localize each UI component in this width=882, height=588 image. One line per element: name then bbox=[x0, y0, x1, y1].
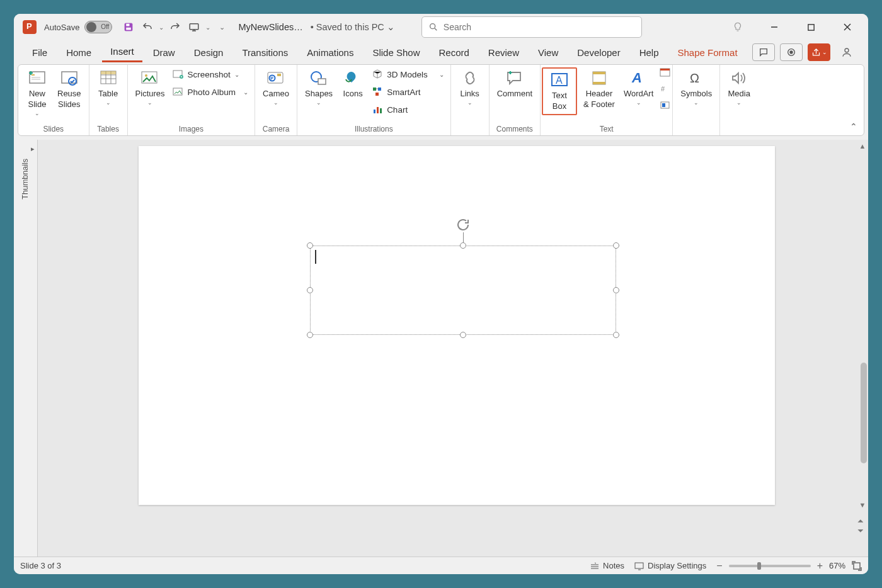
tab-review[interactable]: Review bbox=[480, 43, 527, 62]
reuse-slides-button[interactable]: Reuse Slides bbox=[55, 67, 84, 111]
tab-shape-format[interactable]: Shape Format bbox=[670, 43, 746, 62]
links-button[interactable]: Links ⌄ bbox=[456, 67, 484, 108]
smartart-button[interactable]: SmartArt bbox=[370, 85, 445, 99]
resize-handle-tm[interactable] bbox=[460, 242, 466, 249]
tab-insert[interactable]: Insert bbox=[102, 42, 142, 62]
slide-number-button[interactable]: # bbox=[660, 84, 671, 94]
pictures-button[interactable]: Pictures ⌄ bbox=[133, 67, 168, 108]
resize-handle-tr[interactable] bbox=[613, 242, 619, 249]
header-footer-button[interactable]: Header & Footer bbox=[581, 67, 617, 111]
resize-handle-ml[interactable] bbox=[307, 287, 313, 293]
comments-pane-button[interactable] bbox=[752, 43, 775, 61]
date-time-button[interactable] bbox=[660, 67, 671, 77]
3d-models-button[interactable]: 3D Models ⌄ bbox=[370, 67, 445, 81]
thumbnails-panel[interactable]: ▸ Thumbnails bbox=[14, 140, 38, 557]
zoom-slider[interactable] bbox=[729, 565, 811, 567]
svg-rect-6 bbox=[808, 24, 813, 30]
start-from-beginning-button[interactable] bbox=[185, 18, 203, 36]
qat-customize-button[interactable]: ⌄ bbox=[213, 18, 231, 36]
tab-design[interactable]: Design bbox=[186, 43, 232, 62]
tab-view[interactable]: View bbox=[530, 43, 566, 62]
table-button[interactable]: Table ⌄ bbox=[94, 67, 122, 108]
close-button[interactable] bbox=[837, 18, 858, 37]
tab-transitions[interactable]: Transitions bbox=[234, 43, 296, 62]
rotate-handle[interactable] bbox=[455, 217, 471, 232]
save-status[interactable]: • Saved to this PC ⌄ bbox=[311, 22, 395, 32]
scrollbar-thumb[interactable] bbox=[861, 363, 867, 463]
tab-file[interactable]: File bbox=[24, 43, 55, 62]
tab-developer[interactable]: Developer bbox=[569, 43, 628, 62]
text-box-shape[interactable] bbox=[310, 246, 616, 335]
zoom-out-button[interactable]: − bbox=[716, 560, 722, 572]
tab-home[interactable]: Home bbox=[58, 43, 100, 62]
save-button[interactable] bbox=[120, 18, 137, 36]
minimize-button[interactable] bbox=[764, 18, 785, 37]
reuse-slides-icon bbox=[58, 69, 81, 88]
zoom-percent[interactable]: 67% bbox=[829, 561, 845, 570]
photo-album-button[interactable]: Photo Album ⌄ bbox=[171, 85, 250, 99]
fit-to-window-button[interactable] bbox=[852, 561, 862, 571]
resize-handle-bl[interactable] bbox=[307, 332, 313, 338]
shapes-button[interactable]: Shapes ⌄ bbox=[302, 67, 335, 108]
scroll-up-icon[interactable]: ▲ bbox=[858, 142, 867, 150]
screenshot-button[interactable]: Screenshot ⌄ bbox=[171, 67, 250, 81]
tab-draw[interactable]: Draw bbox=[145, 43, 183, 62]
account-button[interactable] bbox=[835, 43, 858, 61]
object-button[interactable] bbox=[660, 100, 671, 110]
slide-canvas-area[interactable]: ▲ ▼ ⏶ ⏷ bbox=[38, 140, 868, 557]
slide-indicator[interactable]: Slide 3 of 3 bbox=[20, 561, 61, 570]
undo-dropdown[interactable]: ⌄ bbox=[158, 18, 165, 36]
search-input[interactable] bbox=[444, 22, 635, 32]
new-slide-button[interactable]: New Slide ⌄ bbox=[23, 67, 51, 118]
start-dropdown[interactable]: ⌄ bbox=[204, 18, 212, 36]
resize-handle-bm[interactable] bbox=[460, 332, 466, 338]
tab-slideshow[interactable]: Slide Show bbox=[364, 43, 428, 62]
expand-thumbnails-icon[interactable]: ▸ bbox=[31, 145, 35, 153]
scroll-down-icon[interactable]: ▼ bbox=[858, 501, 867, 509]
resize-handle-mr[interactable] bbox=[613, 287, 619, 293]
autosave-toggle[interactable]: Off bbox=[84, 21, 112, 33]
symbols-icon: Ω bbox=[685, 69, 707, 88]
zoom-in-button[interactable]: + bbox=[817, 560, 823, 572]
prev-slide-icon[interactable]: ⏶ bbox=[857, 516, 864, 525]
slide[interactable] bbox=[139, 146, 775, 505]
maximize-button[interactable] bbox=[800, 18, 822, 37]
notes-button[interactable]: Notes bbox=[590, 561, 624, 570]
file-name[interactable]: MyNewSlides… bbox=[238, 22, 302, 32]
camera-record-button[interactable] bbox=[780, 43, 803, 61]
cameo-button[interactable]: P Cameo ⌄ bbox=[260, 67, 292, 108]
collapse-ribbon-button[interactable]: ⌃ bbox=[850, 122, 857, 132]
next-slide-icon[interactable]: ⏷ bbox=[857, 526, 864, 535]
redo-button[interactable] bbox=[166, 18, 184, 36]
group-images: Pictures ⌄ Screenshot ⌄ bbox=[128, 65, 256, 135]
share-button[interactable]: ⌄ bbox=[808, 43, 830, 61]
window-controls bbox=[727, 18, 858, 37]
resize-handle-br[interactable] bbox=[613, 332, 619, 338]
svg-rect-1 bbox=[127, 24, 130, 26]
text-box-button[interactable]: A Text Box bbox=[542, 67, 577, 115]
media-button[interactable]: Media ⌄ bbox=[725, 67, 753, 108]
tab-animations[interactable]: Animations bbox=[299, 43, 362, 62]
quick-access-toolbar: ⌄ ⌄ ⌄ bbox=[120, 18, 231, 36]
tab-help[interactable]: Help bbox=[631, 43, 667, 62]
vertical-scrollbar[interactable]: ▲ ▼ ⏶ ⏷ bbox=[858, 142, 867, 531]
tab-record[interactable]: Record bbox=[430, 43, 477, 62]
comment-button[interactable]: Comment bbox=[495, 67, 535, 101]
symbols-button[interactable]: Ω Symbols ⌄ bbox=[678, 67, 714, 108]
tips-button[interactable] bbox=[727, 18, 748, 37]
group-symbols: Ω Symbols ⌄ bbox=[673, 65, 720, 135]
svg-rect-39 bbox=[377, 107, 379, 113]
chart-button[interactable]: Chart bbox=[370, 103, 445, 116]
icons-button[interactable]: Icons bbox=[339, 67, 367, 101]
resize-handle-tl[interactable] bbox=[307, 242, 313, 249]
table-icon bbox=[97, 69, 120, 88]
svg-text:P: P bbox=[270, 76, 273, 81]
search-box[interactable] bbox=[421, 16, 642, 38]
display-settings-button[interactable]: Display Settings bbox=[634, 561, 706, 570]
autosave-control[interactable]: AutoSave Off bbox=[44, 21, 112, 33]
svg-rect-51 bbox=[662, 103, 665, 107]
text-box-icon: A bbox=[548, 71, 571, 89]
wordart-button[interactable]: A WordArt ⌄ bbox=[621, 67, 656, 108]
group-camera: P Cameo ⌄ Camera bbox=[255, 65, 297, 135]
undo-button[interactable] bbox=[139, 18, 156, 36]
